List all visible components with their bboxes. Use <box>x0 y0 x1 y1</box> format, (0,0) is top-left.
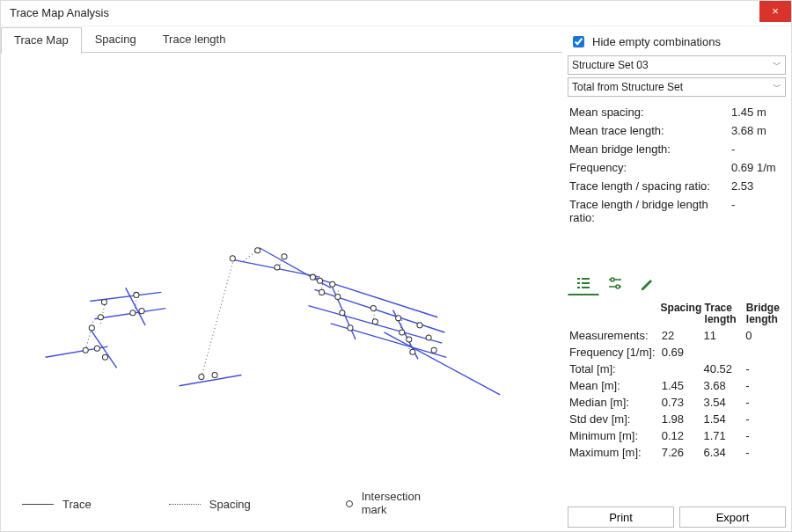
intersection-mark-icon <box>346 500 353 507</box>
legend: Trace Spacing Intersection mark <box>1 478 562 531</box>
svg-point-35 <box>199 375 204 380</box>
svg-point-51 <box>400 330 405 335</box>
spacing-line-icon <box>169 504 201 505</box>
close-button[interactable]: × <box>759 1 791 22</box>
svg-point-46 <box>340 310 345 316</box>
svg-point-52 <box>407 337 412 342</box>
table-row: Minimum [m]:0.121.71- <box>568 427 786 444</box>
svg-line-17 <box>202 257 234 377</box>
svg-point-38 <box>255 248 260 253</box>
svg-point-8 <box>83 347 88 353</box>
table-header: Bridge length <box>744 301 786 327</box>
table-header <box>568 301 659 327</box>
sliders-icon <box>607 275 623 291</box>
svg-point-39 <box>275 265 280 270</box>
trace-line-icon <box>22 504 54 505</box>
table-header: Spacing <box>659 301 703 327</box>
stat-value: - <box>731 142 784 156</box>
svg-point-40 <box>282 254 287 259</box>
edit-view-button[interactable] <box>631 271 663 295</box>
tabs: Trace Map Spacing Trace length <box>1 26 562 53</box>
stat-label: Mean spacing: <box>569 106 644 119</box>
trace-map-plot <box>1 53 562 478</box>
svg-point-11 <box>102 354 107 360</box>
svg-point-41 <box>310 274 315 280</box>
stat-value: 1.45 m <box>731 106 784 119</box>
tab-trace-map[interactable]: Trace Map <box>1 27 82 54</box>
svg-line-25 <box>384 332 500 395</box>
source-select[interactable]: Total from Structure Set ﹀ <box>568 77 786 97</box>
stat-value: 3.68 m <box>731 124 784 137</box>
structure-set-select[interactable]: Structure Set 03 ﹀ <box>568 55 786 75</box>
svg-point-56 <box>431 347 436 353</box>
stat-value: 2.53 <box>731 179 784 193</box>
table-row: Mean [m]:1.453.68- <box>568 377 786 394</box>
svg-point-64 <box>611 278 614 281</box>
svg-point-16 <box>139 309 144 314</box>
svg-point-9 <box>94 346 99 351</box>
table-header: Trace length <box>703 301 744 327</box>
export-button[interactable]: Export <box>679 506 786 528</box>
stat-value: - <box>731 198 784 224</box>
table-row: Total [m]:40.52- <box>568 361 786 377</box>
stats-toolbar <box>568 271 786 295</box>
svg-point-49 <box>372 319 378 324</box>
svg-point-13 <box>101 299 106 304</box>
svg-point-50 <box>396 316 401 321</box>
titlebar: Trace Map Analysis × <box>1 1 791 26</box>
tab-trace-length[interactable]: Trace length <box>150 26 239 53</box>
svg-point-14 <box>130 310 136 316</box>
svg-point-47 <box>348 325 353 331</box>
hide-empty-checkbox[interactable] <box>573 36 584 47</box>
source-value: Total from Structure Set <box>572 81 683 93</box>
svg-line-5 <box>85 320 93 350</box>
stat-label: Mean bridge length: <box>569 142 671 156</box>
table-row: Maximum [m]:7.266.34- <box>568 444 786 461</box>
svg-point-54 <box>417 323 422 328</box>
table-row: Median [m]:0.733.54- <box>568 394 786 411</box>
hide-empty-label: Hide empty combinations <box>592 35 721 48</box>
stats-table: Spacing Trace length Bridge length Measu… <box>568 301 786 461</box>
stat-label: Trace length / spacing ratio: <box>569 179 710 193</box>
svg-point-43 <box>319 289 325 295</box>
stat-label: Frequency: <box>569 161 627 174</box>
legend-intersection: Intersection mark <box>362 491 441 517</box>
window-title: Trace Map Analysis <box>10 6 109 19</box>
svg-line-2 <box>90 292 161 301</box>
stat-label: Trace length / bridge length ratio: <box>569 198 731 224</box>
svg-point-36 <box>212 373 217 378</box>
svg-point-44 <box>330 281 335 287</box>
stat-value: 0.69 1/m <box>731 161 784 174</box>
structure-set-value: Structure Set 03 <box>572 59 649 71</box>
svg-point-55 <box>426 335 431 340</box>
table-row: Frequency [1/m]:0.69 <box>568 344 786 361</box>
svg-point-15 <box>134 292 139 297</box>
table-row: Std dev [m]:1.981.54- <box>568 411 786 427</box>
svg-point-48 <box>370 306 376 311</box>
stat-label: Mean trace length: <box>569 124 664 137</box>
table-row: Measurements:22110 <box>568 327 786 344</box>
svg-point-53 <box>410 349 415 354</box>
svg-line-18 <box>180 375 242 386</box>
pencil-icon <box>639 275 655 291</box>
close-icon: × <box>772 4 779 18</box>
chevron-down-icon: ﹀ <box>773 81 781 93</box>
legend-spacing: Spacing <box>209 498 251 511</box>
summary-stats: Mean spacing:1.45 m Mean trace length:3.… <box>568 103 786 227</box>
chevron-down-icon: ﹀ <box>773 59 781 71</box>
list-icon <box>576 275 591 291</box>
legend-trace: Trace <box>62 498 92 511</box>
svg-point-37 <box>230 256 235 261</box>
print-button[interactable]: Print <box>568 506 674 528</box>
svg-point-66 <box>616 285 620 288</box>
svg-point-10 <box>89 325 94 331</box>
svg-point-45 <box>335 294 341 299</box>
settings-view-button[interactable] <box>599 271 631 295</box>
tab-spacing[interactable]: Spacing <box>82 26 150 53</box>
svg-point-42 <box>318 278 323 283</box>
svg-point-12 <box>98 315 103 320</box>
table-view-button[interactable] <box>568 271 599 295</box>
